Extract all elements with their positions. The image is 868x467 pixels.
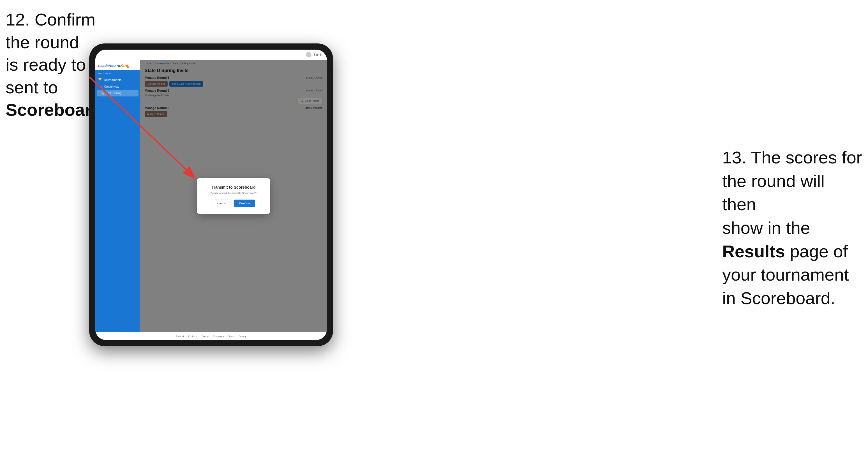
sidebar-item-create-new[interactable]: + Create New bbox=[95, 84, 140, 90]
footer-features[interactable]: Features bbox=[188, 335, 197, 338]
app-footer: Product Features Pricing Resources Terms… bbox=[95, 332, 327, 340]
edit-icon: ✏️ bbox=[101, 92, 104, 95]
logo: LeaderboardKing bbox=[98, 63, 137, 68]
footer-product[interactable]: Product bbox=[176, 335, 184, 338]
main-menu-label: MAIN MENU bbox=[95, 70, 140, 76]
modal-title: Transmit to Scoreboard bbox=[205, 185, 262, 189]
sign-in-text[interactable]: Sign In bbox=[314, 53, 322, 56]
app-container: Sign In LeaderboardKing MAIN MENU 🏆 Tour… bbox=[95, 50, 327, 340]
sidebar-item-edit-existing[interactable]: ✏️ Edit Existing bbox=[97, 90, 138, 96]
main-area: LeaderboardKing MAIN MENU 🏆 Tournaments … bbox=[95, 60, 327, 332]
sidebar-item-tournaments[interactable]: 🏆 Tournaments bbox=[95, 76, 140, 84]
sidebar-edit-existing-label: Edit Existing bbox=[106, 92, 121, 95]
avatar bbox=[306, 52, 311, 58]
modal-box: Transmit to Scoreboard Ready to send thi… bbox=[197, 178, 270, 214]
sidebar: LeaderboardKing MAIN MENU 🏆 Tournaments … bbox=[95, 60, 140, 332]
modal-buttons: Cancel Confirm bbox=[205, 199, 262, 207]
sidebar-create-new-label: Create New bbox=[104, 85, 119, 88]
instruction-right-text: 13. The scores forthe round will thensho… bbox=[722, 148, 862, 308]
trophy-icon: 🏆 bbox=[98, 78, 102, 82]
plus-icon: + bbox=[101, 85, 103, 88]
footer-privacy[interactable]: Privacy bbox=[239, 335, 246, 338]
modal-subtitle: Ready to send this round to Scoreboard? bbox=[205, 192, 262, 194]
footer-resources[interactable]: Resources bbox=[213, 335, 224, 338]
footer-pricing[interactable]: Pricing bbox=[202, 335, 208, 338]
content-area: Home › Tournaments › State U Spring Invi… bbox=[140, 60, 327, 332]
logo-area: LeaderboardKing bbox=[95, 60, 140, 70]
top-bar: Sign In bbox=[95, 50, 327, 60]
tablet-frame: Sign In LeaderboardKing MAIN MENU 🏆 Tour… bbox=[89, 43, 333, 346]
modal-cancel-button[interactable]: Cancel bbox=[212, 199, 231, 207]
modal-confirm-button[interactable]: Confirm bbox=[234, 199, 255, 207]
tablet-screen: Sign In LeaderboardKing MAIN MENU 🏆 Tour… bbox=[95, 50, 327, 340]
modal-backdrop: Transmit to Scoreboard Ready to send thi… bbox=[140, 60, 327, 332]
sidebar-tournaments-label: Tournaments bbox=[104, 78, 122, 82]
footer-terms[interactable]: Terms bbox=[228, 335, 235, 338]
top-bar-right: Sign In bbox=[306, 52, 322, 58]
instruction-right: 13. The scores forthe round will thensho… bbox=[722, 146, 862, 310]
